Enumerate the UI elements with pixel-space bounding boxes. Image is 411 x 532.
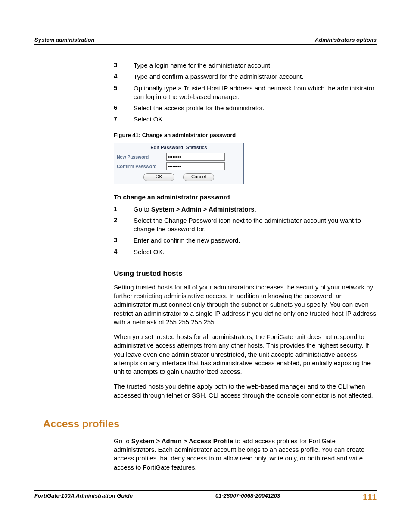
step-item: 3 Type a login name for the administrato… bbox=[114, 61, 377, 70]
step-text: Select OK. bbox=[134, 115, 377, 124]
step-text: Select the Change Password icon next to … bbox=[134, 216, 377, 234]
new-password-label: New Password bbox=[117, 154, 166, 159]
figure-row-confirm-password: Confirm Password bbox=[114, 162, 243, 171]
header-right: Administrators options bbox=[315, 37, 377, 43]
paragraph: When you set trusted hosts for all admin… bbox=[114, 333, 377, 376]
step-number: 1 bbox=[114, 205, 134, 214]
step-text: Type and confirm a password for the admi… bbox=[134, 72, 377, 81]
paragraph: Go to System > Admin > Access Profile to… bbox=[114, 437, 377, 472]
confirm-password-label: Confirm Password bbox=[117, 164, 166, 169]
access-profiles-heading: Access profiles bbox=[43, 418, 377, 430]
step-text: Type a login name for the administrator … bbox=[134, 61, 377, 70]
figure-button-row: OK Cancel bbox=[114, 171, 243, 184]
para-pre: Go to bbox=[114, 437, 131, 445]
step-number: 6 bbox=[114, 104, 134, 112]
cancel-button[interactable]: Cancel bbox=[183, 173, 214, 181]
step-item: 7 Select OK. bbox=[114, 115, 377, 124]
step-number: 3 bbox=[114, 236, 134, 245]
change-password-heading: To change an administrator password bbox=[114, 193, 377, 201]
page-footer: FortiGate-100A Administration Guide 01-2… bbox=[34, 490, 377, 502]
using-trusted-hosts-heading: Using trusted hosts bbox=[114, 269, 377, 278]
header-left: System administration bbox=[34, 37, 94, 43]
page-number: 111 bbox=[363, 492, 377, 502]
page-header: System administration Administrators opt… bbox=[34, 37, 377, 45]
step-text-pre: Go to bbox=[134, 205, 151, 213]
step-item: 6 Select the access profile for the admi… bbox=[114, 104, 377, 112]
step-item: 5 Optionally type a Trusted Host IP addr… bbox=[114, 84, 377, 102]
paragraph: Setting trusted hosts for all of your ad… bbox=[114, 283, 377, 327]
step-item: 3 Enter and confirm the new password. bbox=[114, 236, 377, 245]
step-item: 4 Type and confirm a password for the ad… bbox=[114, 72, 377, 81]
step-item: 2 Select the Change Password icon next t… bbox=[114, 216, 377, 234]
access-profiles-body: Go to System > Admin > Access Profile to… bbox=[34, 437, 377, 472]
figure-title: Edit Password: Statistics bbox=[114, 143, 243, 152]
step-number: 4 bbox=[114, 72, 134, 81]
step-text: Enter and confirm the new password. bbox=[134, 236, 377, 245]
step-number: 4 bbox=[114, 248, 134, 256]
footer-center: 01-28007-0068-20041203 bbox=[215, 492, 280, 502]
step-text: Select the access profile for the admini… bbox=[134, 104, 377, 112]
nav-path: System > Admin > Administrators bbox=[151, 205, 255, 213]
step-number: 7 bbox=[114, 115, 134, 124]
footer-left: FortiGate-100A Administration Guide bbox=[34, 492, 133, 502]
figure-row-new-password: New Password bbox=[114, 152, 243, 162]
main-column: 3 Type a login name for the administrato… bbox=[34, 61, 377, 400]
ok-button[interactable]: OK bbox=[143, 173, 174, 181]
step-text: Select OK. bbox=[134, 248, 377, 256]
step-item: 4 Select OK. bbox=[114, 248, 377, 256]
nav-path: System > Admin > Access Profile bbox=[131, 437, 234, 445]
step-number: 5 bbox=[114, 84, 134, 102]
step-number: 2 bbox=[114, 216, 134, 234]
step-text: Go to System > Admin > Administrators. bbox=[134, 205, 377, 214]
paragraph: The trusted hosts you define apply both … bbox=[114, 382, 377, 400]
step-text-post: . bbox=[255, 205, 256, 213]
step-number: 3 bbox=[114, 61, 134, 70]
new-password-field[interactable] bbox=[166, 153, 225, 161]
figure-edit-password: Edit Password: Statistics New Password C… bbox=[114, 143, 244, 184]
figure-caption: Figure 41: Change an administrator passw… bbox=[114, 132, 377, 138]
step-text: Optionally type a Trusted Host IP addres… bbox=[134, 84, 377, 102]
step-item: 1 Go to System > Admin > Administrators. bbox=[114, 205, 377, 214]
confirm-password-field[interactable] bbox=[166, 162, 225, 170]
